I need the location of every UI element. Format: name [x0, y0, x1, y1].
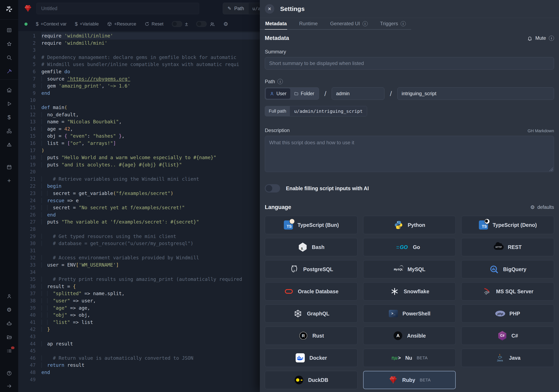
description-textarea[interactable]: [265, 136, 554, 172]
gh-markdown-hint: GH Markdown: [528, 128, 554, 133]
reset-button[interactable]: Reset: [145, 21, 163, 27]
ai-fill-toggle[interactable]: [265, 184, 280, 192]
owner-kind-user-button[interactable]: User: [266, 88, 290, 99]
tile-label: Bash: [312, 244, 325, 250]
help-icon[interactable]: [0, 366, 18, 380]
sidebar-item-favorites[interactable]: [0, 37, 18, 51]
add-variable-button[interactable]: $ +Variable: [75, 21, 99, 27]
tab-metadata[interactable]: Metadata: [265, 18, 287, 30]
search-icon[interactable]: [0, 51, 18, 64]
sidebar-item-variables[interactable]: $: [0, 110, 18, 124]
metadata-heading: Metadata: [265, 35, 289, 41]
language-tile-postgresql[interactable]: PostgreSQL: [265, 260, 358, 278]
tile-label: BigQuery: [503, 266, 526, 272]
gear-icon: ⚙: [530, 204, 535, 210]
language-tile-mysql[interactable]: MySQL MySQL: [363, 260, 456, 278]
summary-input[interactable]: [265, 57, 554, 70]
language-tile-php[interactable]: php PHP: [461, 304, 554, 323]
docker-icon: [295, 353, 305, 363]
add-context-var-button[interactable]: $ +Context var: [36, 21, 67, 27]
language-tile-go[interactable]: GO Go: [363, 238, 456, 256]
sidebar-item-runs[interactable]: [0, 97, 18, 110]
language-tile-rest[interactable]: HTTP REST: [461, 238, 554, 256]
expand-rail-icon[interactable]: [0, 380, 18, 392]
tab-generated-ui[interactable]: Generated UI i: [330, 18, 368, 29]
settings-body: Metadata Mute i Summary Path i User: [260, 30, 559, 392]
info-icon: i: [549, 36, 554, 41]
tab-runtime[interactable]: Runtime: [299, 18, 318, 29]
language-tile-powershell[interactable]: >_ PowerShell: [363, 304, 456, 323]
status-dot: [24, 23, 28, 26]
full-path-display: Full path u/admin/intriguing_script: [265, 106, 367, 116]
graphql-icon: [293, 309, 303, 319]
language-tile-mssql[interactable]: MS SQL Server: [461, 282, 554, 301]
ansible-icon: A: [393, 331, 403, 341]
path-label-row: Path i: [265, 79, 554, 84]
settings-header: × Settings: [260, 0, 559, 18]
tile-label: Python: [408, 222, 425, 228]
path-name-input[interactable]: [397, 87, 554, 100]
diff-mode-toggle[interactable]: [172, 21, 182, 27]
language-tile-typescript-bun[interactable]: TS TypeScript (Bun): [265, 216, 358, 234]
multiplayer-toggle[interactable]: [196, 21, 207, 27]
tab-label: Generated UI: [330, 21, 360, 27]
rest-http-icon: HTTP: [494, 242, 504, 252]
language-defaults-button[interactable]: ⚙ defaults: [530, 204, 554, 210]
path-owner-input[interactable]: [332, 87, 384, 100]
tab-triggers[interactable]: Triggers i: [380, 18, 406, 29]
settings-panel: × Settings Metadata Runtime Generated UI…: [260, 0, 559, 392]
tab-label: Runtime: [299, 21, 317, 27]
mute-button[interactable]: Mute i: [527, 35, 554, 41]
language-tile-bigquery[interactable]: BigQuery: [461, 260, 554, 278]
tile-label: Ruby: [402, 377, 415, 383]
editor-settings-gear-icon[interactable]: ⚙: [224, 21, 228, 27]
mute-label: Mute: [535, 35, 546, 41]
language-tile-oracle[interactable]: Oracle Database: [265, 282, 358, 301]
settings-tabs: Metadata Runtime Generated UI i Triggers…: [260, 18, 411, 30]
tab-label: Triggers: [380, 21, 398, 27]
rail-divider-2: [0, 79, 18, 80]
sidebar-item-settings[interactable]: ⚙: [0, 303, 18, 317]
language-tile-nu[interactable]: ꞑu> Nu BETA: [363, 349, 456, 367]
language-tile-python[interactable]: Python: [363, 216, 456, 234]
sidebar-item-schedules[interactable]: [0, 138, 18, 152]
bash-icon: $_: [298, 242, 308, 252]
language-tile-graphql[interactable]: GraphQL: [265, 304, 358, 323]
tile-label: MS SQL Server: [496, 289, 533, 294]
add-item-icon[interactable]: +: [0, 174, 18, 188]
language-tile-snowflake[interactable]: Snowflake: [363, 282, 456, 301]
language-tile-docker[interactable]: Docker: [265, 349, 358, 367]
language-tile-ansible[interactable]: A Ansible: [363, 327, 456, 345]
postgresql-icon: [289, 264, 299, 274]
description-label: Description: [265, 128, 290, 133]
bigquery-icon: [489, 264, 499, 274]
php-icon: php: [495, 309, 505, 319]
tab-label: Metadata: [265, 21, 287, 27]
script-title-input[interactable]: [37, 3, 199, 14]
typescript-deno-icon: TS: [478, 220, 488, 230]
language-tile-java[interactable]: Java Java: [461, 349, 554, 367]
language-tile-csharp[interactable]: C# C#: [461, 327, 554, 345]
sidebar-item-home[interactable]: [0, 83, 18, 97]
calendar-icon[interactable]: [0, 160, 18, 174]
language-tile-bash[interactable]: $_ Bash: [265, 238, 358, 256]
sidebar-item-account[interactable]: [0, 289, 18, 303]
language-tile-typescript-deno[interactable]: TS TypeScript (Deno): [461, 216, 554, 234]
info-icon: i: [363, 21, 368, 26]
add-resource-button[interactable]: +Resource: [107, 21, 136, 27]
language-tile-ruby[interactable]: Ruby BETA: [363, 371, 456, 389]
language-tile-rust[interactable]: R Rust: [265, 327, 358, 345]
info-icon: i: [277, 79, 283, 84]
tile-label: DuckDB: [308, 377, 328, 383]
language-tile-duckdb[interactable]: DuckDB: [265, 371, 358, 389]
tile-label: REST: [508, 244, 522, 250]
sidebar-item-logs[interactable]: [0, 344, 18, 358]
sidebar-item-workers[interactable]: [0, 317, 18, 330]
close-icon[interactable]: ×: [265, 4, 274, 14]
sidebar-item-resources[interactable]: [0, 124, 18, 138]
sidebar-item-ai-wand[interactable]: [0, 64, 18, 78]
tile-label: PHP: [509, 311, 520, 317]
owner-kind-folder-button[interactable]: Folder: [290, 88, 318, 99]
sidebar-item-apps[interactable]: [0, 23, 18, 37]
sidebar-item-folders[interactable]: [0, 330, 18, 344]
